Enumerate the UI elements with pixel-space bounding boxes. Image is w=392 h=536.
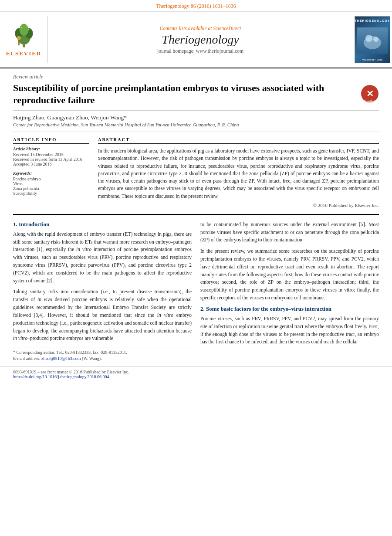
cover-image-area: [357, 27, 388, 54]
svg-point-6: [17, 36, 21, 40]
email-label: E-mail address:: [13, 356, 40, 361]
section1-right-paragraph1: to be contaminated by numerous sources u…: [200, 221, 379, 244]
email-line: E-mail address: zhaohj0510@163.com (W. W…: [13, 356, 192, 361]
section1-right-paragraph2: In the present review, we summarize some…: [200, 248, 379, 302]
journal-homepage: journal homepage: www.theriojournal.com: [157, 48, 243, 54]
keyword-4: Susceptibility: [13, 191, 89, 196]
crossmark-badge: ✕ CrossMark: [361, 85, 379, 106]
article-history-block: Article history: Received 15 December 20…: [13, 146, 89, 166]
cover-illustration-icon: [359, 30, 385, 51]
star-note-text: * Corresponding author. Tel.: 020-813323…: [13, 350, 127, 355]
contents-text: Contents lists available at: [160, 26, 212, 31]
authors-text: Haijing Zhao, Guangyuan Zhao, Wenjun Wan…: [13, 114, 127, 121]
abstract-copyright: © 2016 Published by Elsevier Inc.: [98, 203, 379, 208]
article-content: Review article ✕ CrossMark Susceptibilit…: [0, 68, 392, 362]
issn-line: 0093-691X/$ – see front matter © 2016 Pu…: [13, 370, 379, 374]
elsevier-brand: ELSEVIER: [6, 50, 42, 57]
abstract-text: In the modern biological area, the appli…: [98, 147, 379, 200]
keyword-3: Zona pellucida: [13, 186, 89, 191]
history-label: Article history:: [13, 146, 89, 151]
abstract-heading: ABSTRACT: [98, 137, 379, 144]
doi-link[interactable]: http://dx.doi.org/10.1016/j.theriogenolo…: [13, 374, 109, 379]
email-link[interactable]: zhaohj0510@163.com: [41, 356, 81, 361]
section2-heading: 2. Some basic factors for the embryo–vir…: [200, 305, 379, 312]
journal-header: ELSEVIER Contents lists available at Sci…: [0, 12, 392, 68]
body-right-column: to be contaminated by numerous sources u…: [200, 221, 379, 362]
doi-line: http://dx.doi.org/10.1016/j.theriogenolo…: [13, 374, 379, 379]
keywords-label: Keywords:: [13, 171, 89, 176]
article-info-abstract-section: ARTICLE INFO Article history: Received 1…: [13, 132, 379, 208]
body-left-column: 1. Introduction Along with the rapid dev…: [13, 221, 192, 362]
body-section: 1. Introduction Along with the rapid dev…: [13, 214, 379, 362]
svg-point-11: [365, 35, 372, 42]
journal-header-center: Contents lists available at ScienceDirec…: [48, 16, 353, 63]
svg-point-12: [373, 37, 378, 42]
svg-text:CrossMark: CrossMark: [364, 100, 375, 102]
article-title-text: Susceptibility of porcine preimplantatio…: [13, 82, 324, 105]
affiliation-line: Center for Reproductive Medicine, Sun Ya…: [13, 122, 379, 132]
cover-vol-text: Volume 86 • 2016: [362, 58, 382, 61]
top-bar: Theriogenology 86 (2016) 1631–1636: [0, 0, 392, 12]
svg-text:✕: ✕: [366, 89, 374, 98]
section1-paragraph1: Along with the rapid development of embr…: [13, 231, 192, 285]
cover-thumbnail: THERIOGENOLOGY Volume 86 • 2016: [355, 16, 390, 63]
keyword-2: Virus: [13, 181, 89, 186]
authors-line: Haijing Zhao, Guangyuan Zhao, Wenjun Wan…: [13, 111, 379, 122]
contents-available-line: Contents lists available at ScienceDirec…: [160, 26, 241, 31]
abstract-panel: ABSTRACT In the modern biological area, …: [98, 137, 379, 208]
footnote-section: * Corresponding author. Tel.: 020-813323…: [13, 347, 192, 361]
accepted-date: Accepted 3 June 2016: [13, 162, 89, 166]
crossmark-icon: ✕ CrossMark: [361, 85, 379, 103]
article-info-panel: ARTICLE INFO Article history: Received 1…: [13, 137, 89, 208]
elsevier-logo: ELSEVIER: [0, 16, 48, 63]
svg-point-7: [21, 27, 22, 28]
journal-issue-link[interactable]: Theriogenology 86 (2016) 1631–1636: [156, 3, 236, 9]
section1-paragraph2: Taking sanitary risks into consideration…: [13, 288, 192, 343]
section1-heading: 1. Introduction: [13, 221, 192, 228]
svg-point-4: [19, 24, 28, 35]
article-title: ✕ CrossMark Susceptibility of porcine pr…: [13, 82, 379, 111]
email-suffix: (W. Wang).: [82, 356, 102, 361]
received-date: Received 15 December 2015: [13, 152, 89, 157]
svg-point-9: [28, 29, 29, 31]
cover-title-text: THERIOGENOLOGY: [355, 19, 390, 22]
sciencedirect-link[interactable]: ScienceDirect: [213, 26, 241, 31]
svg-point-8: [25, 25, 27, 27]
article-type-label: Review article: [13, 68, 379, 82]
section2-paragraph1: Porcine viruses, such as PRV, PRRSV, PPV…: [200, 315, 379, 346]
keywords-block: Keywords: Porcine embryo Virus Zona pell…: [13, 171, 89, 196]
bottom-bar: 0093-691X/$ – see front matter © 2016 Pu…: [0, 366, 392, 379]
revised-date: Received in revised form 13 April 2016: [13, 157, 89, 162]
corresponding-author-note: * Corresponding author. Tel.: 020-813323…: [13, 350, 192, 355]
elsevier-tree-icon: [11, 22, 37, 48]
keyword-1: Porcine embryo: [13, 176, 89, 181]
journal-cover-image: THERIOGENOLOGY Volume 86 • 2016: [353, 16, 392, 63]
journal-title: Theriogenology: [162, 33, 239, 47]
article-info-heading: ARTICLE INFO: [13, 137, 89, 144]
